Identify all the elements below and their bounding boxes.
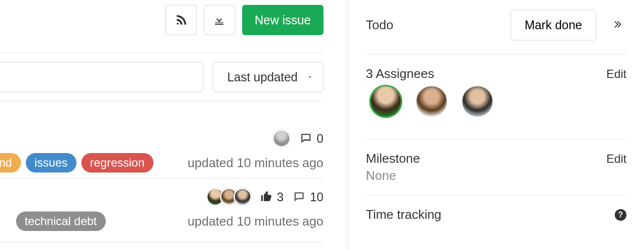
comment-count: 0 (317, 132, 323, 146)
assignees-label: 3 Assignees (366, 66, 434, 81)
thumbs-up-icon (260, 191, 273, 203)
milestone-label: Milestone (366, 151, 420, 166)
assignee-avatar[interactable] (417, 86, 447, 116)
avatar (273, 130, 290, 147)
chevron-down-icon (305, 73, 314, 81)
new-issue-label: New issue (255, 13, 311, 27)
help-icon[interactable]: ? (615, 209, 626, 221)
updated-text: updated 10 minutes ago (188, 214, 323, 229)
download-icon (213, 14, 226, 26)
rss-icon (174, 14, 187, 26)
issue-labels: nd issues regression (0, 153, 153, 173)
label-pill[interactable]: nd (0, 153, 21, 173)
comment-count: 10 (310, 190, 323, 204)
mark-done-button[interactable]: Mark done (511, 10, 596, 40)
milestone-value: None (366, 168, 626, 183)
time-tracking-label: Time tracking (366, 207, 441, 222)
updated-text: updated 10 minutes ago (188, 155, 323, 171)
label-pill[interactable]: issues (26, 153, 76, 173)
label-pill[interactable]: technical debt (16, 212, 106, 231)
comments-icon (292, 190, 306, 204)
sort-dropdown[interactable]: Last updated (213, 62, 323, 92)
issue-labels: . technical debt (0, 212, 106, 231)
issue-row[interactable]: 3 10 . technical debt updated 10 minutes… (0, 178, 323, 243)
new-issue-button[interactable]: New issue (242, 5, 323, 35)
mark-done-label: Mark done (525, 18, 582, 32)
thumbs-count: 3 (277, 190, 284, 204)
avatar (234, 188, 251, 206)
chevron-double-right-icon (612, 19, 623, 30)
search-input[interactable] (0, 62, 203, 92)
issue-row[interactable]: 0 nd issues regression updated 10 minute… (0, 120, 323, 178)
edit-assignees-button[interactable]: Edit (606, 67, 626, 81)
collapse-sidebar-button[interactable] (608, 15, 626, 35)
todo-label: Todo (366, 18, 393, 33)
assignee-avatar[interactable] (462, 86, 492, 116)
assignee-avatar[interactable] (371, 86, 401, 116)
rss-button[interactable] (165, 5, 197, 35)
issue-sidebar: Todo Mark done 3 Assignees Edit Mileston… (348, 0, 644, 250)
label-pill[interactable]: regression (81, 153, 153, 173)
comments-icon (299, 132, 313, 145)
avatar-stack (207, 188, 251, 206)
edit-milestone-button[interactable]: Edit (606, 152, 626, 166)
sort-label: Last updated (227, 70, 298, 84)
download-button[interactable] (204, 5, 235, 35)
